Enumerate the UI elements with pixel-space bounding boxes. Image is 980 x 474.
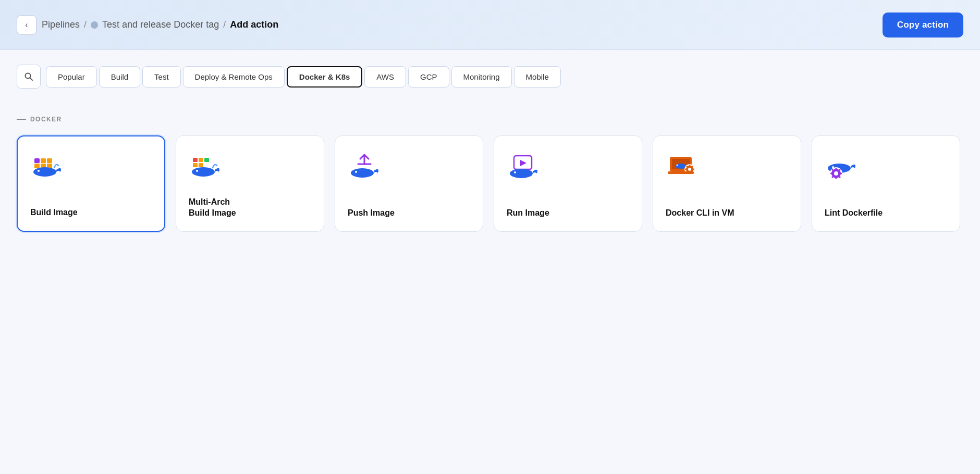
card-label-run-image: Run Image xyxy=(507,208,629,219)
svg-line-1 xyxy=(30,78,33,81)
svg-rect-48 xyxy=(839,173,842,174)
breadcrumb: Pipelines / Test and release Docker tag … xyxy=(42,19,278,30)
svg-rect-13 xyxy=(193,163,198,167)
section-label: DOCKER xyxy=(17,116,963,123)
back-button[interactable]: ‹ xyxy=(17,15,36,35)
svg-point-15 xyxy=(192,167,215,177)
svg-rect-31 xyxy=(689,165,691,167)
card-icon-lint-dockerfile xyxy=(825,151,947,179)
card-lint-dockerfile[interactable]: Lint Dockerfile xyxy=(812,135,960,232)
svg-rect-33 xyxy=(685,169,687,170)
card-label-docker-cli: Docker CLI in VM xyxy=(666,208,788,219)
card-label-multi-arch: Multi-ArchBuild Image xyxy=(189,197,311,219)
content-area: DOCKER Build Image Mu xyxy=(0,99,980,474)
breadcrumb-current-page: Add action xyxy=(230,19,278,30)
svg-rect-10 xyxy=(193,158,198,162)
svg-point-16 xyxy=(196,170,198,172)
tab-build[interactable]: Build xyxy=(99,66,140,88)
tabs-row: PopularBuildTestDeploy & Remote OpsDocke… xyxy=(0,50,980,99)
svg-rect-11 xyxy=(199,158,203,162)
card-docker-cli[interactable]: Docker CLI in VM xyxy=(653,135,801,232)
svg-point-30 xyxy=(688,168,691,171)
svg-point-8 xyxy=(33,167,56,177)
tab-aws[interactable]: AWS xyxy=(364,66,406,88)
svg-rect-46 xyxy=(836,177,837,179)
svg-point-9 xyxy=(38,170,40,172)
card-icon-push-image xyxy=(348,151,470,179)
svg-point-19 xyxy=(355,171,357,173)
svg-rect-45 xyxy=(836,168,837,170)
card-label-lint-dockerfile: Lint Dockerfile xyxy=(825,208,947,219)
breadcrumb-pipeline-name[interactable]: Test and release Docker tag xyxy=(102,19,219,30)
header: ‹ Pipelines / Test and release Docker ta… xyxy=(0,0,980,50)
cards-grid: Build Image Multi-ArchBuild Image Push I… xyxy=(17,135,963,232)
svg-marker-21 xyxy=(520,160,526,166)
card-multi-arch[interactable]: Multi-ArchBuild Image xyxy=(176,135,324,232)
search-button[interactable] xyxy=(17,65,41,89)
copy-action-button[interactable]: Copy action xyxy=(883,13,963,38)
svg-rect-14 xyxy=(199,163,203,167)
card-run-image[interactable]: Run Image xyxy=(494,135,642,232)
svg-point-22 xyxy=(510,169,533,178)
card-icon-multi-arch xyxy=(189,151,311,179)
tab-gcp[interactable]: GCP xyxy=(408,66,449,88)
card-label-build-image: Build Image xyxy=(30,207,152,218)
tab-test[interactable]: Test xyxy=(142,66,181,88)
svg-rect-39 xyxy=(668,171,694,174)
svg-rect-47 xyxy=(830,173,833,174)
pipeline-status-dot xyxy=(91,21,98,29)
svg-rect-4 xyxy=(47,158,52,163)
card-build-image[interactable]: Build Image xyxy=(17,135,165,232)
card-label-push-image: Push Image xyxy=(348,208,470,219)
tab-deploy[interactable]: Deploy & Remote Ops xyxy=(183,66,285,88)
card-push-image[interactable]: Push Image xyxy=(335,135,483,232)
svg-point-44 xyxy=(834,171,838,176)
breadcrumb-pipelines[interactable]: Pipelines xyxy=(42,19,80,30)
svg-rect-3 xyxy=(41,158,46,163)
svg-point-18 xyxy=(351,168,374,178)
card-icon-run-image xyxy=(507,151,629,179)
svg-point-27 xyxy=(677,165,678,166)
svg-rect-12 xyxy=(204,158,209,162)
svg-rect-34 xyxy=(692,169,694,170)
svg-rect-2 xyxy=(34,158,40,163)
tab-popular[interactable]: Popular xyxy=(46,66,97,88)
tab-mobile[interactable]: Mobile xyxy=(514,66,561,88)
header-left: ‹ Pipelines / Test and release Docker ta… xyxy=(17,15,278,35)
svg-rect-5 xyxy=(34,164,40,168)
card-icon-docker-cli xyxy=(666,151,788,179)
breadcrumb-sep2: / xyxy=(223,19,226,30)
tabs-container: PopularBuildTestDeploy & Remote OpsDocke… xyxy=(46,66,561,88)
search-icon xyxy=(24,72,33,81)
breadcrumb-sep1: / xyxy=(84,19,87,30)
card-icon-build-image xyxy=(30,151,152,179)
tab-monitoring[interactable]: Monitoring xyxy=(451,66,512,88)
tab-docker[interactable]: Docker & K8s xyxy=(287,66,363,88)
svg-point-23 xyxy=(514,171,516,173)
